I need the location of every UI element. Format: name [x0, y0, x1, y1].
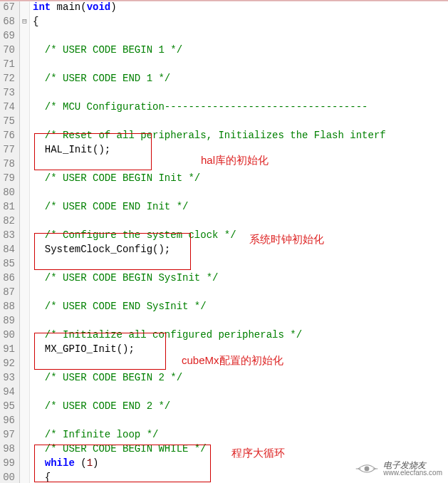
- line-number[interactable]: 81: [0, 199, 15, 214]
- code-line[interactable]: [33, 114, 448, 128]
- code-line[interactable]: /* USER CODE BEGIN 2 */: [33, 370, 448, 385]
- line-number[interactable]: 92: [0, 356, 15, 370]
- line-number[interactable]: 94: [0, 385, 15, 399]
- line-number[interactable]: 87: [0, 285, 15, 299]
- code-line[interactable]: [33, 214, 448, 228]
- fold-empty: [20, 285, 29, 299]
- line-number[interactable]: 74: [0, 100, 15, 114]
- fold-empty: [20, 0, 29, 14]
- token-paren: ): [93, 457, 98, 469]
- token-paren: ();: [117, 343, 135, 355]
- fold-empty: [20, 185, 29, 199]
- fold-empty: [20, 100, 29, 114]
- code-line[interactable]: [33, 185, 448, 199]
- line-number[interactable]: 80: [0, 185, 15, 199]
- token-kw: while: [45, 457, 75, 469]
- code-line[interactable]: [33, 57, 448, 71]
- fold-column[interactable]: ⊟: [20, 0, 30, 483]
- code-line[interactable]: [33, 313, 448, 328]
- token-comment: /* USER CODE BEGIN SysInit */: [33, 272, 218, 284]
- line-number[interactable]: 70: [0, 43, 15, 57]
- fold-empty: [20, 256, 29, 271]
- code-line[interactable]: /* USER CODE END SysInit */: [33, 299, 448, 313]
- code-area[interactable]: int main(void){ /* USER CODE BEGIN 1 */ …: [30, 0, 448, 483]
- line-number[interactable]: 88: [0, 299, 15, 313]
- token-ident: HAL_Init: [33, 144, 93, 155]
- code-line[interactable]: /* USER CODE BEGIN SysInit */: [33, 271, 448, 285]
- token-comment: /* USER CODE END Init */: [33, 201, 188, 212]
- line-number-gutter[interactable]: 6768697071727374757677787980818283848586…: [0, 0, 20, 483]
- line-number[interactable]: 89: [0, 313, 15, 328]
- line-number[interactable]: 69: [0, 28, 15, 43]
- line-number[interactable]: 77: [0, 142, 15, 157]
- code-line[interactable]: /* Reset of all peripherals, Initializes…: [33, 128, 448, 142]
- code-line[interactable]: [33, 256, 448, 271]
- line-number[interactable]: 75: [0, 114, 15, 128]
- fold-empty: [20, 456, 29, 470]
- line-number[interactable]: 68: [0, 14, 15, 28]
- line-number[interactable]: 98: [0, 442, 15, 456]
- token-ident: SystemClock_Config: [33, 244, 152, 255]
- code-line[interactable]: /* Configure the system clock */: [33, 228, 448, 242]
- code-line[interactable]: /* Initialize all configured peripherals…: [33, 328, 448, 342]
- line-number[interactable]: 67: [0, 0, 15, 14]
- line-number[interactable]: 84: [0, 242, 15, 256]
- line-number[interactable]: 79: [0, 171, 15, 185]
- line-number[interactable]: 99: [0, 456, 15, 470]
- code-line[interactable]: /* Infinite loop */: [33, 427, 448, 442]
- line-number[interactable]: 97: [0, 427, 15, 442]
- code-line[interactable]: MX_GPIO_Init();: [33, 342, 448, 356]
- token-kw: void: [87, 1, 111, 13]
- code-line[interactable]: {: [33, 14, 448, 28]
- code-line[interactable]: [33, 413, 448, 427]
- line-number[interactable]: 78: [0, 157, 15, 171]
- line-number[interactable]: 86: [0, 271, 15, 285]
- fold-empty: [20, 199, 29, 214]
- line-number[interactable]: 93: [0, 370, 15, 385]
- line-number[interactable]: 83: [0, 228, 15, 242]
- code-line[interactable]: int main(void): [33, 0, 448, 14]
- line-number[interactable]: 76: [0, 128, 15, 142]
- code-line[interactable]: [33, 85, 448, 100]
- code-line[interactable]: [33, 28, 448, 43]
- token-paren: ();: [152, 244, 170, 255]
- code-line[interactable]: /* USER CODE END 1 */: [33, 71, 448, 85]
- line-number[interactable]: 72: [0, 71, 15, 85]
- line-number[interactable]: 85: [0, 256, 15, 271]
- fold-empty: [20, 313, 29, 328]
- line-number[interactable]: 91: [0, 342, 15, 356]
- code-line[interactable]: HAL_Init();: [33, 142, 448, 157]
- line-number[interactable]: 73: [0, 85, 15, 100]
- code-line[interactable]: /* MCU Configuration--------------------…: [33, 100, 448, 114]
- svg-point-0: [365, 467, 370, 472]
- code-line[interactable]: /* USER CODE END 2 */: [33, 399, 448, 413]
- token-comment: /* USER CODE BEGIN Init */: [33, 172, 200, 184]
- watermark-logo-icon: [355, 460, 379, 477]
- token-comment: /* USER CODE BEGIN 2 */: [33, 372, 182, 383]
- line-number[interactable]: 82: [0, 214, 15, 228]
- fold-empty: [20, 28, 29, 43]
- fold-empty: [20, 71, 29, 85]
- line-number[interactable]: 00: [0, 470, 15, 483]
- fold-empty: [20, 43, 29, 57]
- code-line[interactable]: [33, 385, 448, 399]
- fold-empty: [20, 142, 29, 157]
- line-number[interactable]: 95: [0, 399, 15, 413]
- code-line[interactable]: [33, 157, 448, 171]
- code-line[interactable]: /* USER CODE BEGIN Init */: [33, 171, 448, 185]
- fold-empty: [20, 385, 29, 399]
- line-number[interactable]: 96: [0, 413, 15, 427]
- fold-empty: [20, 57, 29, 71]
- code-line[interactable]: /* USER CODE BEGIN WHILE */: [33, 442, 448, 456]
- token-paren: {: [33, 16, 38, 27]
- code-line[interactable]: [33, 285, 448, 299]
- code-editor[interactable]: 6768697071727374757677787980818283848586…: [0, 0, 448, 483]
- code-line[interactable]: /* USER CODE BEGIN 1 */: [33, 43, 448, 57]
- fold-toggle-icon[interactable]: ⊟: [20, 14, 29, 28]
- code-line[interactable]: SystemClock_Config();: [33, 242, 448, 256]
- line-number[interactable]: 90: [0, 328, 15, 342]
- line-number[interactable]: 71: [0, 57, 15, 71]
- code-line[interactable]: [33, 356, 448, 370]
- fold-empty: [20, 328, 29, 342]
- code-line[interactable]: /* USER CODE END Init */: [33, 199, 448, 214]
